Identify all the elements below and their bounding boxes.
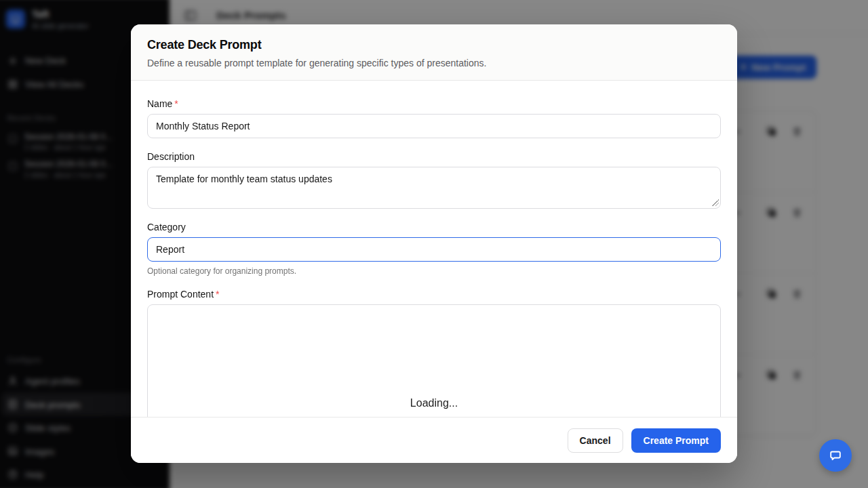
required-marker: * — [174, 98, 178, 109]
modal-body: Name* Description Template for monthly t… — [131, 81, 737, 417]
screen: Taft AI slide generator New Deck View Al… — [0, 0, 868, 488]
prompt-content-field-group: Prompt Content* Loading... — [147, 289, 721, 417]
prompt-content-editor[interactable]: Loading... — [147, 304, 721, 417]
modal-header: Create Deck Prompt Define a reusable pro… — [131, 24, 737, 81]
name-label-text: Name — [147, 98, 172, 109]
description-area-wrap: Template for monthly team status updates — [147, 167, 721, 209]
name-input[interactable] — [147, 114, 721, 138]
category-label: Category — [147, 222, 721, 232]
modal-footer: Cancel Create Prompt — [131, 417, 737, 463]
modal-title: Create Deck Prompt — [147, 38, 721, 52]
description-label: Description — [147, 151, 721, 162]
name-label: Name* — [147, 98, 721, 109]
create-prompt-button[interactable]: Create Prompt — [631, 428, 721, 453]
required-marker: * — [216, 289, 219, 300]
cancel-button[interactable]: Cancel — [568, 428, 623, 453]
chat-fab-button[interactable] — [819, 439, 852, 472]
name-field-group: Name* — [147, 98, 721, 138]
category-input[interactable] — [147, 237, 721, 262]
editor-loading-text: Loading... — [410, 397, 458, 409]
description-textarea[interactable]: Template for monthly team status updates — [147, 167, 721, 209]
category-field-group: Category Optional category for organizin… — [147, 222, 721, 276]
prompt-content-label: Prompt Content* — [147, 289, 721, 300]
modal-subtitle: Define a reusable prompt template for ge… — [147, 58, 721, 68]
description-field-group: Description Template for monthly team st… — [147, 151, 721, 209]
chat-icon — [828, 448, 843, 463]
create-deck-prompt-modal: Create Deck Prompt Define a reusable pro… — [131, 24, 737, 463]
prompt-content-label-text: Prompt Content — [147, 289, 214, 300]
category-helper-text: Optional category for organizing prompts… — [147, 266, 721, 276]
